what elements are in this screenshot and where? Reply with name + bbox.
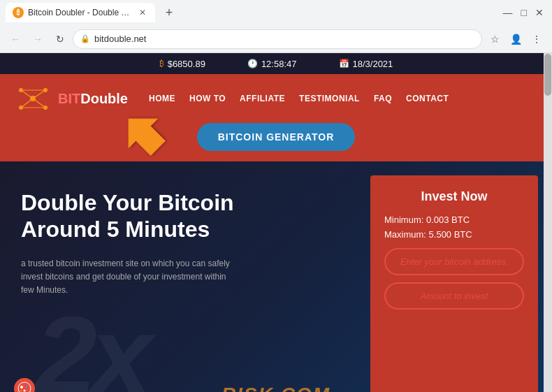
svg-point-12 [20, 386, 23, 389]
logo-bit: BIT [58, 91, 80, 106]
window-restore-button[interactable]: □ [518, 7, 530, 18]
notification-bubble[interactable] [14, 378, 35, 392]
svg-point-13 [26, 386, 28, 388]
browser-toolbar: ← → ↻ 🔒 bitdouble.net ☆ 👤 ⋮ [0, 25, 552, 53]
forward-button[interactable]: → [28, 29, 48, 49]
account-button[interactable]: 👤 [506, 29, 525, 49]
nav-contact[interactable]: CONTACT [406, 94, 449, 103]
hero-section: Double Your Bitcoin Around 5 Minutes a t… [0, 161, 370, 392]
back-button[interactable]: ← [6, 29, 25, 49]
amount-input[interactable]: Amount to invest [384, 282, 524, 310]
bitcoin-price: $6850.89 [168, 59, 205, 69]
url-text: bitdouble.net [94, 34, 474, 44]
browser-window: ₿ Bitcoin Doubler - Double Your B... ✕ +… [0, 0, 552, 392]
time-info: 🕐 12:58:47 [247, 59, 297, 69]
risk-watermark: RISK.COM [221, 384, 331, 392]
bookmark-button[interactable]: ☆ [485, 29, 504, 49]
site-logo: BITDouble [14, 83, 128, 115]
svg-marker-16 [119, 109, 168, 158]
main-content: Double Your Bitcoin Around 5 Minutes a t… [0, 161, 552, 392]
browser-titlebar: ₿ Bitcoin Doubler - Double Your B... ✕ +… [0, 0, 552, 25]
cookie-icon [17, 382, 31, 392]
scrollbar[interactable] [544, 53, 552, 392]
price-info: ₿ $6850.89 [159, 59, 205, 69]
address-bar[interactable]: 🔒 bitdouble.net [73, 29, 482, 49]
hero-title-line1: Double Your Bitcoin [21, 190, 234, 215]
bitcoin-icon: ₿ [159, 59, 164, 68]
site-header: BITDouble HOME HOW TO AFFILIATE TESTIMON… [0, 74, 552, 123]
invest-minimum: Minimum: 0.003 BTC [384, 215, 524, 225]
date-info: 📅 18/3/2021 [339, 59, 393, 69]
logo-text: BITDouble [58, 91, 128, 107]
bitcoin-address-input[interactable]: Enter your bitcoin address. [384, 248, 524, 275]
calendar-icon: 📅 [339, 59, 349, 68]
nav-faq[interactable]: FAQ [374, 94, 392, 103]
clock-icon: 🕐 [247, 59, 258, 68]
current-time: 12:58:47 [261, 59, 297, 69]
hero-description: a trusted bitcoin investment site on whi… [21, 257, 231, 298]
top-info-bar: ₿ $6850.89 🕐 12:58:47 📅 18/3/2021 [0, 53, 552, 74]
bitcoin-generator-button[interactable]: BITCOIN GENERATOR [197, 123, 356, 151]
tab-favicon: ₿ [13, 7, 24, 18]
svg-line-7 [21, 99, 33, 108]
hero-title: Double Your Bitcoin Around 5 Minutes [21, 189, 349, 243]
logo-graphic [14, 83, 52, 115]
invest-title: Invest Now [384, 189, 524, 204]
logo-double: Double [80, 91, 128, 106]
invest-panel: Invest Now Minimum: 0.003 BTC Maximum: 5… [370, 175, 538, 392]
svg-line-6 [33, 90, 45, 99]
nav-home[interactable]: HOME [149, 94, 175, 103]
svg-point-15 [20, 390, 22, 391]
hero-title-line2: Around 5 Minutes [21, 217, 210, 242]
nav-affiliate[interactable]: AFFILIATE [240, 94, 285, 103]
window-close-button[interactable]: ✕ [532, 7, 546, 18]
tab-close-button[interactable]: ✕ [137, 7, 148, 18]
cta-button-bar: BITCOIN GENERATOR [0, 123, 552, 161]
invest-maximum: Maximum: 5.500 BTC [384, 229, 524, 240]
svg-line-5 [21, 90, 33, 99]
nav-howto[interactable]: HOW TO [189, 94, 226, 103]
scrollbar-thumb[interactable] [544, 54, 551, 96]
tab-title: Bitcoin Doubler - Double Your B... [28, 8, 133, 17]
refresh-button[interactable]: ↻ [50, 29, 70, 49]
lock-icon: 🔒 [80, 34, 90, 43]
nav-testimonial[interactable]: TESTIMONIAL [299, 94, 360, 103]
current-date: 18/3/2021 [353, 59, 393, 69]
window-minimize-button[interactable]: — [500, 7, 516, 18]
svg-point-14 [24, 390, 26, 392]
toolbar-actions: ☆ 👤 ⋮ [485, 29, 546, 49]
site-nav: HOME HOW TO AFFILIATE TESTIMONIAL FAQ CO… [149, 94, 449, 103]
site-content: ₿ $6850.89 🕐 12:58:47 📅 18/3/2021 [0, 53, 552, 392]
svg-line-8 [33, 99, 45, 108]
browser-tab[interactable]: ₿ Bitcoin Doubler - Double Your B... ✕ [6, 3, 155, 22]
menu-button[interactable]: ⋮ [527, 29, 546, 49]
new-tab-button[interactable]: + [159, 3, 179, 22]
window-controls: — □ ✕ [500, 7, 546, 18]
arrow-icon [119, 109, 168, 158]
arrow-pointer [119, 109, 161, 151]
